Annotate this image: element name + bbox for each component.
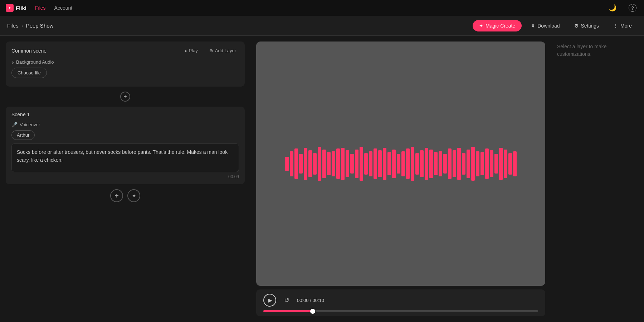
waveform-bar (285, 157, 289, 171)
waveform-bar (364, 153, 368, 175)
add-scene-divider: + (6, 92, 245, 102)
replay-icon: ↺ (284, 296, 289, 304)
preview-area (256, 42, 545, 286)
brand-icon (6, 4, 14, 12)
player-controls: ▶ ↺ 00:00 / 00:10 (263, 294, 538, 307)
waveform-bar (387, 152, 391, 175)
help-button[interactable]: ? (627, 2, 638, 14)
background-audio-section: ♪ Background Audio Choose file (11, 59, 239, 78)
voiceover-label: 🎤 Voiceover (11, 122, 239, 127)
play-pause-button[interactable]: ▶ (263, 294, 276, 307)
download-button[interactable]: ⬇ Download (526, 20, 565, 31)
waveform-bar (508, 153, 512, 175)
waveform-bar (392, 150, 396, 178)
scene1-title: Scene 1 (11, 112, 30, 117)
magic-create-button[interactable]: ✦ Magic Create (473, 20, 522, 31)
add-layer-button[interactable]: ⊕ Add Layer (206, 47, 239, 55)
waveform-bar (322, 150, 326, 178)
waveform-bar (476, 151, 479, 176)
waveform-bar (490, 150, 493, 177)
waveform-bar (462, 153, 465, 175)
add-magic-scene-button[interactable]: ✦ (127, 189, 140, 202)
toolbar: Files › Peep Show ✦ Magic Create ⬇ Downl… (0, 16, 644, 36)
waveform-bar (467, 150, 470, 178)
settings-button[interactable]: ⚙ Settings (569, 20, 604, 31)
waveform-bar (374, 148, 377, 179)
waveform-bar (355, 150, 358, 178)
brand-name: Fliki (16, 5, 26, 11)
settings-icon: ⚙ (574, 23, 579, 29)
microphone-icon: 🎤 (11, 122, 18, 127)
download-icon: ⬇ (531, 23, 535, 29)
voiceover-section: 🎤 Voiceover Arthur (11, 122, 239, 140)
progress-thumb[interactable] (310, 309, 315, 314)
music-icon: ♪ (11, 59, 14, 65)
waveform-bar (471, 147, 475, 181)
waveform-bar (378, 150, 382, 177)
add-scene-small-button[interactable]: + (120, 92, 130, 102)
more-label: More (620, 23, 632, 29)
waveform-bar (369, 151, 372, 176)
voiceover-duration: 00:09 (11, 174, 239, 179)
waveform (285, 146, 517, 182)
waveform-bar (439, 151, 442, 176)
time-display: 00:00 / 00:10 (297, 298, 324, 303)
play-label: Play (189, 48, 197, 53)
dark-mode-toggle[interactable]: 🌙 (607, 2, 618, 14)
magic-create-label: Magic Create (486, 23, 515, 29)
voiceover-text-area[interactable]: Socks before or after trousers, but neve… (11, 143, 239, 172)
player-bar: ▶ ↺ 00:00 / 00:10 (256, 289, 545, 316)
more-button[interactable]: ⋮ More (608, 20, 637, 31)
nav-account[interactable]: Account (54, 5, 73, 11)
scene1-header: Scene 1 (11, 112, 239, 117)
waveform-bar (341, 148, 345, 180)
waveform-bar (429, 150, 433, 178)
waveform-bar (350, 154, 354, 174)
waveform-bar (401, 151, 405, 176)
waveform-bar (415, 153, 419, 175)
waveform-bar (290, 151, 293, 176)
center-panel: ▶ ↺ 00:00 / 00:10 (250, 36, 551, 322)
breadcrumb: Files › Peep Show (7, 23, 53, 29)
waveform-bar (360, 147, 363, 181)
current-time: 00:00 (297, 298, 309, 303)
add-scene-button[interactable]: + (110, 189, 123, 202)
waveform-bar (443, 154, 447, 174)
progress-fill (263, 310, 313, 312)
common-scene-actions: ● Play ⊕ Add Layer (182, 47, 239, 55)
common-scene-header: Common scene ● Play ⊕ Add Layer (11, 47, 239, 55)
voice-name-button[interactable]: Arthur (11, 130, 35, 140)
waveform-bar (499, 148, 503, 180)
time-separator: / (310, 298, 311, 303)
common-scene-title: Common scene (11, 48, 47, 54)
replay-button[interactable]: ↺ (281, 295, 292, 306)
brand-logo[interactable]: Fliki (6, 4, 26, 12)
waveform-bar (411, 147, 414, 181)
waveform-bar (406, 148, 410, 179)
waveform-bar (313, 153, 317, 175)
waveform-bar (480, 152, 484, 175)
waveform-bar (336, 148, 340, 179)
progress-track[interactable] (263, 310, 538, 312)
play-triangle-icon: ▶ (268, 297, 272, 303)
scene1-card: Scene 1 🎤 Voiceover Arthur Socks before … (6, 107, 245, 184)
add-layer-label: Add Layer (215, 48, 236, 53)
waveform-bar (327, 152, 331, 175)
choose-file-button[interactable]: Choose file (11, 68, 47, 78)
waveform-bar (383, 148, 386, 180)
common-scene-card: Common scene ● Play ⊕ Add Layer ♪ Backgr… (6, 42, 245, 87)
waveform-bar (453, 150, 456, 177)
nav-files[interactable]: Files (35, 5, 46, 11)
breadcrumb-root[interactable]: Files (7, 23, 19, 29)
left-panel: Common scene ● Play ⊕ Add Layer ♪ Backgr… (0, 36, 250, 322)
waveform-bar (485, 148, 489, 179)
breadcrumb-sep: › (21, 23, 23, 29)
waveform-bar (494, 154, 498, 174)
download-label: Download (537, 23, 560, 29)
more-icon: ⋮ (613, 23, 618, 29)
waveform-bar (397, 154, 400, 174)
play-icon: ● (185, 49, 187, 53)
play-button[interactable]: ● Play (182, 47, 201, 55)
bottom-add-row: + ✦ (6, 189, 245, 202)
waveform-bar (420, 150, 424, 177)
